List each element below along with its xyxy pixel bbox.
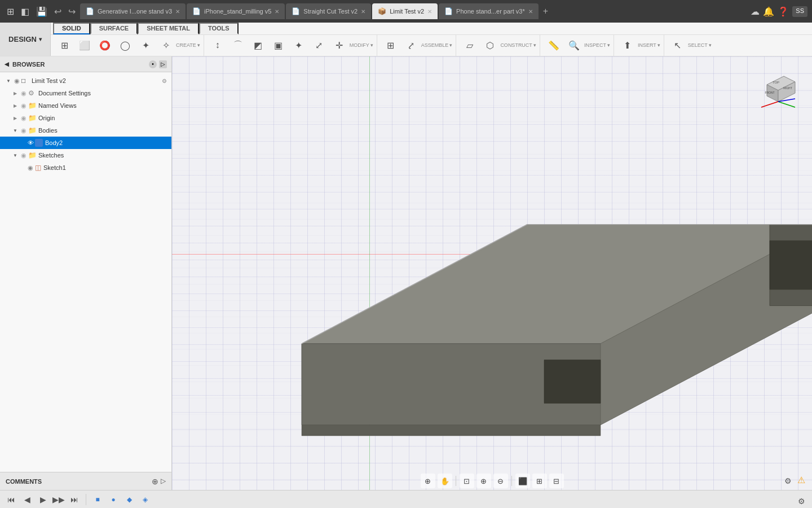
timeline-marker-add[interactable]: ◈ xyxy=(138,493,152,506)
tool-extrude[interactable]: ✧ xyxy=(156,36,176,54)
tab-generative[interactable]: 📄 Generative I...one stand v3 ✕ xyxy=(80,3,186,19)
orbit-control-btn[interactable]: ⊕ xyxy=(421,474,435,488)
bodies-vis-icon[interactable]: ◉ xyxy=(19,127,28,134)
tree-sketches[interactable]: ▼ ◉ 📁 Sketches xyxy=(0,149,171,161)
zoom-out-btn[interactable]: ⊖ xyxy=(493,474,508,488)
doc-settings-vis-icon[interactable]: ◉ xyxy=(19,90,28,97)
tool-move[interactable]: ✛ xyxy=(329,36,350,54)
tab-iphone-stand[interactable]: 📄 iPhone_stand_milling v5 ✕ xyxy=(187,3,285,19)
viewcube-svg[interactable]: TOP FRONT RIGHT xyxy=(756,68,801,113)
tool-press-pull[interactable]: ↕ xyxy=(208,36,228,54)
tool-torus[interactable]: ✦ xyxy=(135,36,156,54)
display-settings-btn[interactable]: ⊟ xyxy=(549,474,564,488)
tool-combine[interactable]: ✦ xyxy=(289,36,309,54)
tool-cylinder[interactable]: ⭕ xyxy=(95,36,115,54)
redo-icon[interactable]: ↪ xyxy=(66,5,78,18)
settings-gear-icon[interactable]: ⚙ xyxy=(798,497,805,506)
sketches-vis-icon[interactable]: ◉ xyxy=(19,152,28,159)
tool-fillet[interactable]: ⌒ xyxy=(228,36,248,54)
tool-sphere[interactable]: ◯ xyxy=(115,36,135,54)
tree-sketch1[interactable]: ◉ ◫ Sketch1 xyxy=(0,161,171,174)
timeline-prev-btn[interactable]: ◀ xyxy=(20,493,34,506)
named-views-vis-icon[interactable]: ◉ xyxy=(19,102,28,110)
tool-insert-mesh[interactable]: ⬆ xyxy=(617,36,638,54)
tab-close-straight[interactable]: ✕ xyxy=(361,8,365,15)
create-label[interactable]: CREATE ▾ xyxy=(176,42,200,48)
timeline-marker-circle[interactable]: ● xyxy=(107,493,120,506)
browser-dot-icon[interactable]: • xyxy=(149,60,157,68)
timeline-marker-diamond[interactable]: ◆ xyxy=(122,493,136,506)
tool-scale[interactable]: ⤢ xyxy=(309,36,329,54)
tool-box[interactable]: ⬜ xyxy=(74,36,95,54)
viewport-settings-icon[interactable]: ⚙ xyxy=(784,476,792,485)
inspect-label[interactable]: INSPECT ▾ xyxy=(584,42,610,48)
tab-phone-stand[interactable]: 📄 Phone stand...er part v3* ✕ xyxy=(439,3,539,19)
sketch1-vis-icon[interactable]: ◉ xyxy=(26,164,35,172)
tool-chamfer[interactable]: ◩ xyxy=(248,36,268,54)
browser-expand-icon[interactable]: ▷ xyxy=(159,60,167,68)
grid-btn[interactable]: ⊞ xyxy=(532,474,547,488)
tab-close-phone[interactable]: ✕ xyxy=(528,8,533,15)
notifications-icon[interactable]: 🔔 xyxy=(763,6,774,17)
construct-label[interactable]: CONSTRUCT ▾ xyxy=(500,42,536,48)
tool-measure[interactable]: 📏 xyxy=(544,36,564,54)
tree-body2[interactable]: 👁 Body2 xyxy=(0,137,171,149)
body2-vis-icon[interactable]: 👁 xyxy=(26,139,35,146)
viewport[interactable]: TOP FRONT RIGHT ⊕ ✋ ⊡ ⊕ ⊖ ⬛ ⊞ ⊟ ⚠ ⚙ xyxy=(172,56,812,490)
add-tab-button[interactable]: + xyxy=(540,6,551,16)
tree-named-views[interactable]: ▶ ◉ 📁 Named Views xyxy=(0,99,171,112)
timeline-marker-square[interactable]: ■ xyxy=(91,493,104,506)
3d-model-view[interactable] xyxy=(172,56,812,490)
tool-plane-angle[interactable]: ⬡ xyxy=(480,36,500,54)
tool-inspect[interactable]: 🔍 xyxy=(564,36,584,54)
assemble-label[interactable]: ASSEMBLE ▾ xyxy=(421,42,453,48)
timeline-play-btn[interactable]: ▶ xyxy=(36,493,50,506)
select-label[interactable]: SELECT ▾ xyxy=(688,42,712,48)
viewcube[interactable]: TOP FRONT RIGHT xyxy=(756,68,801,113)
cloud-icon[interactable]: ☁ xyxy=(751,6,760,17)
tab-solid[interactable]: SOLID xyxy=(53,23,90,34)
tab-close-limit[interactable]: ✕ xyxy=(427,8,432,15)
root-settings-icon[interactable]: ⚙ xyxy=(162,78,167,84)
tool-offset-plane[interactable]: ▱ xyxy=(460,36,480,54)
tab-close-generative[interactable]: ✕ xyxy=(175,8,180,15)
app-grid-icon[interactable]: ⊞ xyxy=(5,5,16,18)
tree-root[interactable]: ▼ ◉ □ Limit Test v2 ⚙ xyxy=(0,75,171,87)
user-avatar[interactable]: SS xyxy=(792,6,807,17)
tool-shell[interactable]: ▣ xyxy=(268,36,289,54)
origin-vis-icon[interactable]: ◉ xyxy=(19,115,28,122)
tool-assemble-component[interactable]: ⊞ xyxy=(381,36,401,54)
browser-back-icon[interactable]: ◀ xyxy=(5,61,9,67)
tab-straight-cut[interactable]: 📄 Straight Cut Test v2 ✕ xyxy=(286,3,371,19)
insert-label[interactable]: INSERT ▾ xyxy=(638,42,660,48)
comments-expand-icon[interactable]: ▷ xyxy=(161,477,166,486)
tab-close-iphone[interactable]: ✕ xyxy=(275,8,279,15)
save-icon[interactable]: 💾 xyxy=(34,5,50,18)
tree-bodies[interactable]: ▼ ◉ 📁 Bodies xyxy=(0,124,171,137)
timeline-first-btn[interactable]: ⏮ xyxy=(5,493,18,506)
design-dropdown[interactable]: DESIGN ▾ xyxy=(0,23,51,56)
comments-add-icon[interactable]: ⊕ xyxy=(152,477,158,486)
timeline-last-btn[interactable]: ⏭ xyxy=(68,493,81,506)
tool-new-component[interactable]: ⊞ xyxy=(54,36,74,54)
tab-tools[interactable]: TOOLS xyxy=(199,23,239,34)
tree-document-settings[interactable]: ▶ ◉ ⚙ Document Settings xyxy=(0,87,171,99)
undo-icon[interactable]: ↩ xyxy=(52,5,64,18)
box-bottom-edge xyxy=(302,425,601,436)
tool-select[interactable]: ↖ xyxy=(668,36,688,54)
tab-sheet-metal[interactable]: SHEET METAL xyxy=(138,23,199,34)
zoom-in-btn[interactable]: ⊕ xyxy=(476,474,491,488)
root-vis-icon[interactable]: ◉ xyxy=(12,77,21,85)
modify-label[interactable]: MODIFY ▾ xyxy=(350,42,373,48)
tab-limit-test[interactable]: 📦 Limit Test v2 ✕ xyxy=(372,3,438,19)
display-mode-btn[interactable]: ⬛ xyxy=(515,474,530,488)
pan-control-btn[interactable]: ✋ xyxy=(438,474,452,488)
tree-origin[interactable]: ▶ ◉ 📁 Origin xyxy=(0,112,171,124)
help-icon[interactable]: ❓ xyxy=(778,6,789,17)
tool-joint[interactable]: ⤤ xyxy=(401,36,421,54)
timeline-next-btn[interactable]: ▶▶ xyxy=(52,493,65,506)
layers-icon[interactable]: ◧ xyxy=(19,5,32,18)
tab-surface[interactable]: SURFACE xyxy=(90,23,138,34)
zoom-fit-btn[interactable]: ⊡ xyxy=(460,474,474,488)
main-area: ◀ BROWSER • ▷ ▼ ◉ □ Limit Test v2 ⚙ ▶ ◉ xyxy=(0,56,812,490)
